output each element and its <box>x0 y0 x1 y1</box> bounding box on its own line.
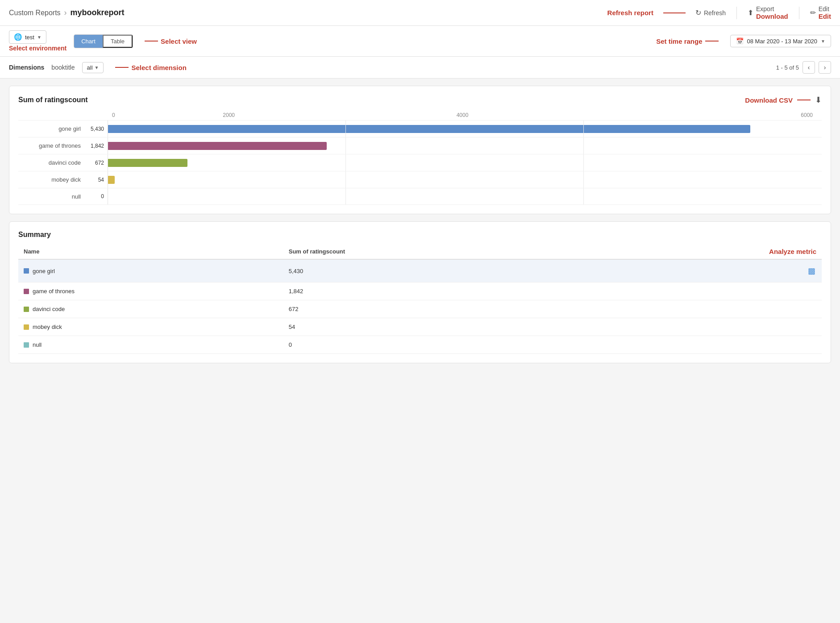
row-label: davinci code <box>18 159 85 166</box>
grid-line <box>108 188 108 204</box>
download-annotation: Download <box>756 12 788 20</box>
chart-card-header: Sum of ratingscount Download CSV ⬇ <box>18 95 822 105</box>
axis-2000: 2000 <box>112 112 345 118</box>
summary-card: Summary Name Sum of ratingscount Analyze… <box>9 221 831 363</box>
edit-icon: ✏ <box>810 8 816 17</box>
dimensions-label: Dimensions <box>9 64 44 71</box>
table-cell-value: 5,430 <box>283 259 572 282</box>
time-caret: ▼ <box>821 39 825 44</box>
color-indicator <box>24 324 29 330</box>
row-name: game of thrones <box>33 288 75 295</box>
bar-container <box>108 137 822 154</box>
time-label: 08 Mar 2020 - 13 Mar 2020 <box>747 38 818 45</box>
export-button[interactable]: ⬆ Export Download <box>748 5 788 20</box>
table-row: gone girl 5,430 ▩ <box>18 259 822 282</box>
grid-line-2000 <box>345 120 346 137</box>
row-label: gone girl <box>18 125 85 132</box>
table-cell-analyze <box>572 318 822 336</box>
dim-filter-caret: ▼ <box>95 65 99 70</box>
chart-axis: 0 2000 4000 6000 <box>112 112 822 118</box>
next-page-button[interactable]: › <box>819 61 831 74</box>
table-tab[interactable]: Table <box>103 35 133 48</box>
divider-1 <box>736 7 737 19</box>
color-indicator <box>24 289 29 294</box>
bar-davinci <box>108 159 187 167</box>
table-cell-name: gone girl <box>18 259 283 282</box>
prev-page-button[interactable]: ‹ <box>803 61 815 74</box>
edit-button[interactable]: ✏ Edit Edit <box>810 5 831 20</box>
color-indicator <box>24 307 29 312</box>
chart-row: gone girl 5,430 <box>18 120 822 137</box>
refresh-icon: ↻ <box>695 8 701 17</box>
row-label: mobey dick <box>18 176 85 183</box>
row-name: mobey dick <box>33 324 62 330</box>
chart-row: null 0 <box>18 188 822 205</box>
row-value: 672 <box>85 160 108 166</box>
analyze-annotation: Analyze metric <box>769 248 816 255</box>
chart-tab[interactable]: Chart <box>74 35 103 48</box>
table-row: mobey dick 54 <box>18 318 822 336</box>
select-view-label: Select view <box>161 37 197 45</box>
summary-title: Summary <box>18 231 822 239</box>
page-info: 1 - 5 of 5 <box>776 64 799 71</box>
grid-line <box>345 137 346 154</box>
ann-line-1 <box>663 12 686 13</box>
pagination: 1 - 5 of 5 ‹ › <box>776 61 831 74</box>
dimension-filter[interactable]: all ▼ <box>82 62 104 73</box>
refresh-button[interactable]: ↻ Refresh <box>695 8 726 17</box>
chart-row: davinci code 672 <box>18 154 822 171</box>
table-row: null 0 <box>18 336 822 354</box>
export-label: Export <box>756 5 774 12</box>
axis-6000: 6000 <box>579 112 813 118</box>
row-value: 1,842 <box>85 143 108 149</box>
grid-line <box>583 137 584 154</box>
row-label: game of thrones <box>18 142 85 149</box>
select-dim-label: Select dimension <box>131 64 186 71</box>
header-actions: Refresh report ↻ Refresh ⬆ Export Downlo… <box>607 5 831 20</box>
row-value: 0 <box>85 193 108 199</box>
table-header-row: Name Sum of ratingscount Analyze metric <box>18 244 822 259</box>
analyze-button[interactable]: ▩ <box>807 265 816 277</box>
bar-container <box>108 154 822 171</box>
breadcrumb-parent[interactable]: Custom Reports <box>9 9 61 17</box>
ann-line-dim <box>115 67 129 68</box>
table-cell-name: null <box>18 336 283 354</box>
download-csv-button[interactable]: ⬇ <box>815 95 822 105</box>
grid-line-4000 <box>583 120 584 137</box>
bar-gone-girl <box>108 125 750 133</box>
ann-line-view <box>145 41 158 42</box>
color-indicator <box>24 268 29 274</box>
grid-line <box>345 171 346 188</box>
select-env-annotation: Select environment <box>9 45 67 52</box>
table-cell-analyze <box>572 336 822 354</box>
view-tabs: Chart Table <box>74 34 133 48</box>
table-cell-name: game of thrones <box>18 282 283 300</box>
grid-line <box>583 171 584 188</box>
download-csv-icon: ⬇ <box>815 95 822 105</box>
breadcrumb: Custom Reports › mybookreport <box>9 8 607 17</box>
axis-4000: 4000 <box>345 112 579 118</box>
bar-container <box>108 188 822 204</box>
set-time-annotation: Set time range <box>656 37 719 45</box>
ann-line-csv <box>797 100 811 100</box>
table-cell-value: 0 <box>283 336 572 354</box>
edit-annotation: Edit <box>819 12 831 20</box>
table-cell-analyze: ▩ <box>572 259 822 282</box>
row-value: 54 <box>85 177 108 183</box>
set-time-label: Set time range <box>656 37 702 45</box>
env-selector[interactable]: 🌐 test ▼ <box>9 30 46 44</box>
bar-container <box>108 171 822 188</box>
table-cell-value: 54 <box>283 318 572 336</box>
row-name: gone girl <box>33 268 55 274</box>
table-cell-value: 1,842 <box>283 282 572 300</box>
table-cell-name: davinci code <box>18 300 283 318</box>
time-range-picker[interactable]: 📅 08 Mar 2020 - 13 Mar 2020 ▼ <box>730 35 831 47</box>
refresh-report-annotation: Refresh report <box>607 9 653 17</box>
chart-card: Sum of ratingscount Download CSV ⬇ 0 200… <box>9 86 831 214</box>
grid-line <box>583 154 584 171</box>
caret-icon: ▼ <box>37 35 42 40</box>
dimension-bar: Dimensions booktitle all ▼ Select dimens… <box>0 57 840 79</box>
chart-wrapper: 0 2000 4000 6000 gone girl 5,430 <box>18 112 822 205</box>
chart-rows: gone girl 5,430 game of thrones 1,842 <box>18 120 822 205</box>
table-cell-value: 672 <box>283 300 572 318</box>
